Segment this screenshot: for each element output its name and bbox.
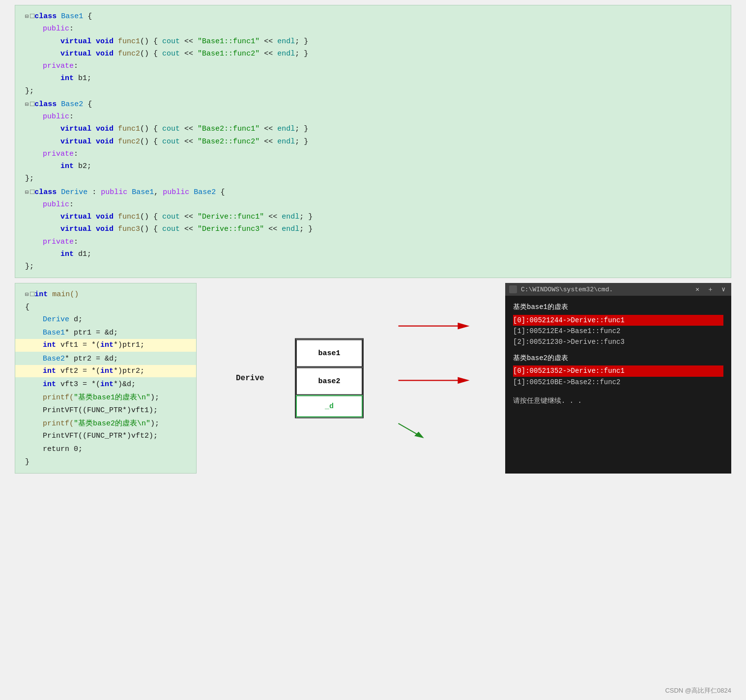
middle-diagram: Derive base1 base2 _d — [197, 283, 505, 474]
token-kw-void: void — [96, 36, 118, 47]
token-normal: << — [259, 123, 277, 135]
code-line: PrintVFT((FUNC_PTR*)vft2); — [15, 430, 196, 442]
token-kw-int: int — [43, 339, 60, 351]
token-class-name: Base1 — [43, 327, 65, 338]
token-normal: ; } — [295, 136, 308, 147]
token-normal: : — [69, 23, 74, 34]
token-kw-int: int — [43, 365, 60, 377]
token-normal: : — [74, 60, 78, 72]
token-normal: b1; — [78, 73, 91, 84]
token-normal: << — [180, 211, 198, 223]
token-fold: □ — [30, 289, 34, 300]
token-normal: return 0; — [43, 444, 83, 455]
code-line: public: — [15, 111, 731, 123]
code-line: virtual void func2() { cout << "Base2::f… — [15, 136, 731, 148]
token-class-name: Base2 — [194, 187, 216, 198]
token-kw-void: void — [96, 48, 118, 59]
token-normal: : — [69, 111, 74, 122]
token-kw-cout: endl — [277, 123, 295, 135]
token-normal: }; — [25, 85, 34, 97]
fold-icon[interactable]: ⊟ — [25, 290, 29, 300]
token-str-green: "Base2::func2" — [198, 136, 259, 147]
token-kw-class: class — [34, 99, 61, 110]
code-line: virtual void func2() { cout << "Base1::f… — [15, 48, 731, 60]
token-normal: () { — [140, 136, 162, 147]
mem-cell-base1: base1 — [296, 339, 363, 367]
token-normal: << — [180, 48, 198, 59]
token-kw-private: private — [43, 148, 74, 160]
token-normal: vft1 = *( — [60, 339, 100, 351]
token-kw-int: int — [100, 379, 114, 390]
code-line: Derive d; — [15, 313, 196, 326]
token-kw-private: private — [43, 60, 74, 72]
token-kw-int: int — [60, 73, 78, 84]
code-line: } — [15, 456, 196, 468]
fold-icon[interactable]: ⊟ — [25, 100, 29, 110]
token-func-name: func1 — [118, 211, 140, 223]
token-str-green: "基类base2的虚表\n" — [74, 418, 150, 429]
terminal-line: [2]:00521230->Derive::func3 — [513, 336, 723, 347]
token-normal: }; — [25, 261, 34, 272]
token-normal: b2; — [78, 161, 91, 172]
code-line: { — [15, 301, 196, 313]
token-kw-public: public — [101, 187, 132, 198]
fold-icon[interactable]: ⊟ — [25, 188, 29, 197]
terminal-panel: C:\WINDOWS\system32\cmd. ✕ ＋ ∨ 基类base1的虚… — [505, 283, 731, 474]
token-normal: ); — [150, 392, 159, 403]
token-normal: ; } — [295, 36, 308, 47]
token-normal: vft3 = *( — [60, 379, 100, 390]
token-normal: , — [154, 187, 163, 198]
token-kw-int: int — [60, 249, 78, 260]
token-kw-cout: cout — [162, 211, 180, 223]
code-line: ⊟□class Base2 { — [15, 98, 731, 111]
token-kw-cout: endl — [282, 211, 299, 223]
token-fold: □ — [30, 99, 34, 110]
terminal-add-btn[interactable]: ＋ — [705, 285, 716, 294]
derive-label: Derive — [236, 374, 264, 383]
token-kw-void: void — [96, 211, 118, 223]
token-func-name: func1 — [118, 36, 140, 47]
token-normal: << — [180, 224, 198, 235]
terminal-menu-btn[interactable]: ∨ — [719, 285, 727, 293]
code-line: return 0; — [15, 443, 196, 455]
token-func-name: main() — [52, 289, 79, 300]
code-line: printf("基类base2的虚表\n"); — [15, 418, 196, 430]
top-code-block: ⊟□class Base1 { public: virtual void fun… — [15, 5, 731, 278]
token-normal: () { — [140, 123, 162, 135]
token-kw-public: public — [43, 199, 69, 210]
terminal-section-heading: 基类base1的虚表 — [513, 302, 723, 312]
terminal-body: 基类base1的虚表[0]:00521244->Derive::func1[1]… — [505, 296, 731, 412]
bottom-left-code: ⊟□int main(){ Derive d; Base1* ptr1 = &d… — [15, 283, 197, 474]
terminal-close-btn[interactable]: ✕ — [693, 285, 701, 293]
token-normal: *)&d; — [114, 379, 136, 390]
token-normal: * ptr2 = &d; — [65, 353, 118, 364]
code-line: private: — [15, 236, 731, 248]
terminal-line: [1]:005210BE->Base2::func2 — [513, 377, 723, 388]
token-normal: { — [83, 99, 92, 110]
token-kw-cout: endl — [277, 136, 295, 147]
token-kw-virtual: virtual — [60, 211, 96, 223]
token-normal: << — [259, 36, 277, 47]
code-line: public: — [15, 198, 731, 211]
token-kw-virtual: virtual — [60, 136, 96, 147]
token-kw-cout: endl — [282, 224, 299, 235]
token-normal: << — [259, 136, 277, 147]
code-line: virtual void func3() { cout << "Derive::… — [15, 223, 731, 235]
code-line: virtual void func1() { cout << "Base2::f… — [15, 123, 731, 135]
csdn-watermark: CSDN @高比拜仁0824 — [665, 686, 731, 695]
token-func-name: func1 — [118, 123, 140, 135]
token-kw-class: class — [34, 187, 61, 198]
token-normal: d1; — [78, 249, 91, 260]
token-class-name: Derive — [43, 314, 69, 325]
code-line: Base2* ptr2 = &d; — [15, 353, 196, 365]
memory-layout: base1 base2 _d — [295, 338, 364, 419]
token-normal: ; } — [295, 123, 308, 135]
token-normal: *)ptr1; — [114, 339, 144, 351]
svg-line-4 — [399, 423, 422, 437]
fold-icon[interactable]: ⊟ — [25, 12, 29, 22]
token-class-name: Base2 — [43, 353, 65, 364]
token-normal: << — [180, 123, 198, 135]
token-kw-public: public — [43, 23, 69, 34]
token-kw-int: int — [100, 339, 114, 351]
token-normal: << — [180, 136, 198, 147]
